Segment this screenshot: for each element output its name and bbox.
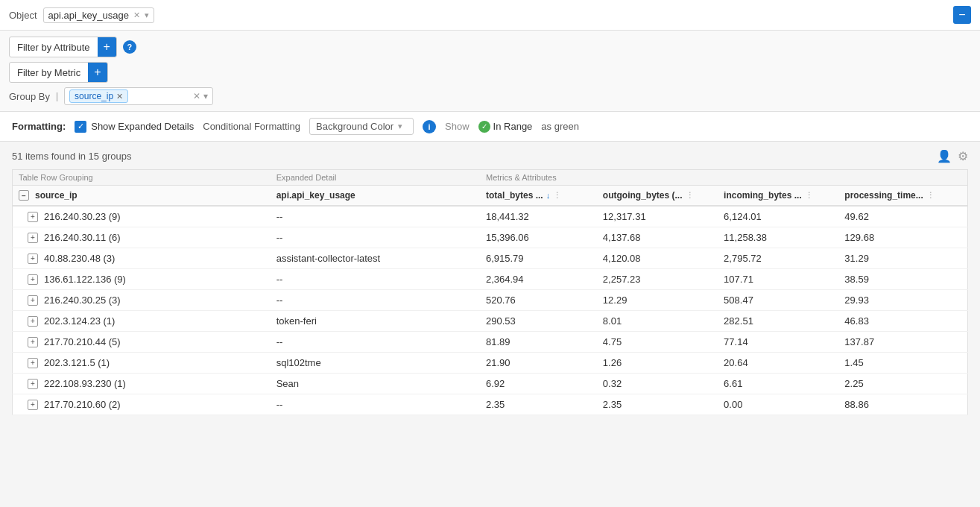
formatting-info-icon[interactable]: i: [423, 120, 436, 133]
cell-ip-3: + 136.61.122.136 (9): [13, 269, 271, 290]
cell-total-9: 2.35: [480, 394, 597, 415]
col-source-ip: − source_ip: [13, 186, 271, 207]
col-total-bytes-label: total_bytes ...: [486, 190, 543, 201]
cell-outgoing-2: 4,120.08: [597, 248, 718, 269]
table-row: + 202.3.121.5 (1) sql102tme 21.90 1.26 2…: [13, 353, 968, 374]
cell-processing-9: 88.86: [838, 394, 967, 415]
expand-row-icon[interactable]: +: [28, 358, 38, 368]
bg-color-select[interactable]: Background Color ▾: [309, 118, 414, 135]
minimize-button[interactable]: −: [953, 6, 971, 24]
cell-outgoing-3: 2,257.23: [597, 269, 718, 290]
cell-outgoing-5: 8.01: [597, 311, 718, 332]
expand-row-icon[interactable]: +: [28, 274, 38, 285]
filter-metric-plus[interactable]: +: [88, 63, 107, 82]
col-processing-label: processing_time...: [844, 190, 923, 201]
cell-processing-1: 129.68: [838, 227, 967, 248]
expand-row-icon[interactable]: +: [28, 233, 38, 243]
group-by-input[interactable]: source_ip ✕ ✕ ▾: [64, 87, 213, 105]
cell-incoming-3: 107.71: [718, 269, 838, 290]
cell-ip-8: + 222.108.93.230 (1): [13, 374, 271, 394]
cell-outgoing-4: 12.29: [597, 290, 718, 311]
cond-format-label: Conditional Formatting: [203, 121, 300, 132]
cell-ip-9: + 217.70.210.60 (2): [13, 394, 271, 415]
ip-value: 217.70.210.44 (5): [44, 336, 121, 347]
cell-total-1: 15,396.06: [480, 227, 597, 248]
expand-row-icon[interactable]: +: [28, 379, 38, 389]
col-total-bytes-menu[interactable]: ⋮: [553, 191, 561, 201]
cell-detail-0: --: [271, 206, 480, 227]
table-row: + 40.88.230.48 (3) assistant-collector-l…: [13, 248, 968, 269]
show-expanded-label: Show Expanded Details: [91, 121, 194, 132]
group-by-arrow[interactable]: ▾: [203, 91, 208, 101]
data-table: Table Row Grouping Expanded Detail Metri…: [12, 169, 968, 415]
filter-attribute-btn[interactable]: Filter by Attribute +: [9, 37, 117, 57]
cell-processing-4: 29.93: [838, 290, 967, 311]
cell-incoming-7: 20.64: [718, 353, 838, 374]
expand-row-icon[interactable]: +: [28, 212, 38, 222]
cell-incoming-4: 508.47: [718, 290, 838, 311]
cell-outgoing-6: 4.75: [597, 332, 718, 353]
object-tag-close[interactable]: ✕: [133, 10, 140, 20]
cell-ip-2: + 40.88.230.48 (3): [13, 248, 271, 269]
cell-outgoing-0: 12,317.31: [597, 206, 718, 227]
table-row: + 136.61.122.136 (9) -- 2,364.94 2,257.2…: [13, 269, 968, 290]
in-range-label: In Range: [493, 121, 533, 132]
ip-value: 216.240.30.23 (9): [44, 211, 121, 222]
cell-processing-8: 2.25: [838, 374, 967, 394]
filter-attribute-plus[interactable]: +: [98, 37, 116, 57]
object-tag-arrow[interactable]: ▾: [145, 10, 149, 20]
cell-processing-3: 38.59: [838, 269, 967, 290]
ip-value: 202.3.124.23 (1): [44, 315, 115, 327]
collapse-group-icon[interactable]: −: [19, 190, 29, 201]
ip-value: 136.61.122.136 (9): [44, 274, 126, 285]
in-range-badge: ✓ In Range: [478, 121, 533, 133]
table-row: + 222.108.93.230 (1) Sean 6.92 0.32 6.61…: [13, 374, 968, 394]
cell-incoming-1: 11,258.38: [718, 227, 838, 248]
cell-total-7: 21.90: [480, 353, 597, 374]
cell-detail-5: token-feri: [271, 311, 480, 332]
settings-icon[interactable]: ⚙: [958, 149, 968, 163]
expand-row-icon[interactable]: +: [28, 254, 38, 264]
cell-incoming-8: 6.61: [718, 374, 838, 394]
expand-row-icon[interactable]: +: [28, 337, 38, 347]
object-tag[interactable]: api.api_key_usage ✕ ▾: [43, 7, 154, 23]
col-total-bytes: total_bytes ... ↓ ⋮: [480, 186, 597, 207]
table-body: + 216.240.30.23 (9) -- 18,441.32 12,317.…: [13, 206, 968, 415]
group-by-label: Group By: [9, 91, 50, 102]
table-row: + 217.70.210.44 (5) -- 81.89 4.75 77.14 …: [13, 332, 968, 353]
expand-row-icon[interactable]: +: [28, 400, 38, 410]
ip-value: 216.240.30.25 (3): [44, 295, 121, 306]
cell-processing-0: 49.62: [838, 206, 967, 227]
cell-incoming-9: 0.00: [718, 394, 838, 415]
cell-incoming-2: 2,795.72: [718, 248, 838, 269]
filter-attribute-row: Filter by Attribute + ?: [9, 37, 971, 57]
filter-metric-label: Filter by Metric: [10, 64, 88, 81]
group-by-tag: source_ip ✕: [69, 89, 128, 103]
table-icons: 👤 ⚙: [937, 149, 968, 163]
col-incoming: incoming_bytes ... ⋮: [718, 186, 838, 207]
col-outgoing-menu[interactable]: ⋮: [686, 191, 694, 201]
group-by-tag-label: source_ip: [75, 91, 113, 101]
table-row: + 216.240.30.25 (3) -- 520.76 12.29 508.…: [13, 290, 968, 311]
group-by-controls: ✕ ▾: [193, 91, 208, 101]
show-expanded-checkbox[interactable]: ✓ Show Expanded Details: [75, 121, 194, 133]
filter-attribute-help[interactable]: ?: [123, 40, 136, 54]
cell-total-4: 520.76: [480, 290, 597, 311]
expand-row-icon[interactable]: +: [28, 316, 38, 327]
group-by-row: Group By | source_ip ✕ ✕ ▾: [9, 87, 971, 105]
col-source-ip-label: source_ip: [35, 190, 78, 201]
ip-value: 217.70.210.60 (2): [44, 399, 121, 410]
group-by-clear[interactable]: ✕: [193, 91, 200, 101]
cell-total-6: 81.89: [480, 332, 597, 353]
cell-detail-1: --: [271, 227, 480, 248]
object-row: Object api.api_key_usage ✕ ▾: [9, 7, 154, 23]
col-incoming-menu[interactable]: ⋮: [805, 191, 813, 201]
col-outgoing-label: outgoing_bytes (...: [603, 190, 683, 201]
cell-outgoing-7: 1.26: [597, 353, 718, 374]
person-icon[interactable]: 👤: [937, 149, 952, 163]
expand-row-icon[interactable]: +: [28, 295, 38, 306]
group-by-tag-close[interactable]: ✕: [116, 92, 123, 101]
filter-metric-btn[interactable]: Filter by Metric +: [9, 62, 108, 83]
col-header-row: − source_ip api.api_key_usage total_byte…: [13, 186, 968, 207]
col-processing-menu[interactable]: ⋮: [926, 191, 935, 201]
